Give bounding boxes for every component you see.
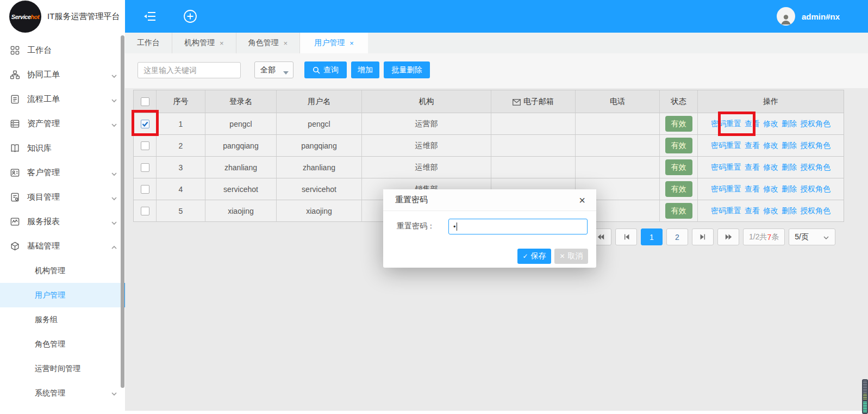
delete-link[interactable]: 删除 [782,184,797,194]
tab-label: 工作台 [137,38,160,48]
reset-password-input[interactable]: • [448,219,588,234]
cell-user: pangqiang [277,135,362,157]
reset-password-link[interactable]: 密码重置 [711,184,741,194]
delete-link[interactable]: 删除 [782,141,797,151]
edit-link[interactable]: 修改 [763,163,778,172]
sidebar-item-asset-mgmt[interactable]: 资产管理 [0,112,125,136]
search-icon [313,66,320,74]
sidebar-item-customer-mgmt[interactable]: 客户管理 [0,160,125,185]
sidebar-item-basic-mgmt[interactable]: 基础管理 [0,234,125,258]
sidebar-subitem-service-group[interactable]: 服务组 [0,307,125,332]
sidebar-subitem-system-mgmt[interactable]: 系统管理 [0,381,125,405]
edit-link[interactable]: 修改 [763,119,778,129]
batch-delete-button[interactable]: 批量删除 [384,61,430,78]
reset-password-link[interactable]: 密码重置 [711,163,741,172]
sidebar-subitem-user-mgmt[interactable]: 用户管理 [0,283,125,307]
sidebar-subitem-operation-time-mgmt[interactable]: 运营时间管理 [0,356,125,381]
search-input[interactable] [138,62,241,78]
view-link[interactable]: 查看 [745,119,760,129]
cell-seq: 1 [157,113,205,135]
authorize-role-link[interactable]: 授权角色 [800,163,830,172]
page-size-select[interactable]: 5/页 [789,228,835,245]
header-seq: 序号 [157,90,205,113]
delete-link[interactable]: 删除 [782,163,797,172]
tab-org-mgmt[interactable]: 机构管理 × [172,33,236,53]
topbar: admin#nx [125,0,868,33]
filter-select[interactable]: 全部 [254,61,294,78]
delete-link[interactable]: 删除 [782,119,797,129]
add-circle-icon[interactable] [183,9,197,23]
row-checkbox[interactable] [141,141,149,150]
view-link[interactable]: 查看 [745,206,760,216]
authorize-role-link[interactable]: 授权角色 [800,141,830,151]
authorize-role-link[interactable]: 授权角色 [800,119,830,129]
close-icon[interactable]: × [220,39,224,47]
meter-segment-green [863,401,867,412]
page-count-prefix: 1/2共 [749,232,767,242]
save-button-label: 保存 [531,251,546,261]
cell-phone [576,113,660,135]
view-link[interactable]: 查看 [745,184,760,194]
row-checkbox[interactable] [141,207,149,215]
view-link[interactable]: 查看 [745,163,760,172]
sidebar-item-service-reports[interactable]: 服务报表 [0,209,125,234]
close-icon[interactable]: × [349,39,354,47]
cell-user: zhanliang [277,157,362,178]
sidebar-item-process-orders[interactable]: 流程工单 [0,87,125,112]
cell-login: servicehot [205,178,277,200]
page-button-1[interactable]: 1 [641,228,663,245]
report-icon [10,217,20,227]
sidebar-item-collab-orders[interactable]: 协同工单 [0,63,125,87]
sidebar-subitem-org-mgmt[interactable]: 机构管理 [0,258,125,283]
authorize-role-link[interactable]: 授权角色 [800,206,830,216]
avatar[interactable] [777,7,795,26]
sidebar-subitem-role-mgmt[interactable]: 角色管理 [0,332,125,356]
sidebar-item-knowledge-base[interactable]: 知识库 [0,136,125,160]
tab-workbench[interactable]: 工作台 [125,33,172,53]
row-checkbox[interactable] [141,185,149,194]
close-icon[interactable]: × [284,39,288,47]
page-button-2[interactable]: 2 [666,228,688,245]
sidebar-item-workbench[interactable]: 工作台 [0,38,125,63]
query-button[interactable]: 查询 [304,61,347,78]
sidebar-item-label: 项目管理 [27,192,111,202]
prev-page-button[interactable] [615,228,637,245]
next-page-icon [698,232,708,242]
last-page-button[interactable] [717,228,739,245]
cell-email [491,113,576,135]
view-link[interactable]: 查看 [745,141,760,151]
add-button[interactable]: 增加 [351,61,379,78]
doc-icon [10,94,20,104]
tab-user-mgmt[interactable]: 用户管理 × [300,33,368,53]
sidebar-scrollbar[interactable] [121,35,124,388]
save-button[interactable]: ✓ 保存 [517,249,551,264]
sidebar-item-project-mgmt[interactable]: 项目管理 [0,185,125,209]
next-page-button[interactable] [692,228,714,245]
select-all-checkbox[interactable] [141,97,149,106]
bottom-strip [125,411,868,414]
cell-phone [576,157,660,178]
collapse-menu-icon[interactable] [143,9,157,23]
header-status: 状态 [660,90,698,113]
cell-login: pangqiang [205,135,277,157]
row-checkbox[interactable] [141,120,149,128]
reset-password-link[interactable]: 密码重置 [711,206,741,216]
user-area[interactable]: admin#nx [777,7,868,26]
edit-link[interactable]: 修改 [763,141,778,151]
edit-link[interactable]: 修改 [763,206,778,216]
tab-role-mgmt[interactable]: 角色管理 × [236,33,301,53]
cell-email [491,135,576,157]
cancel-button[interactable]: ✕ 取消 [554,249,588,264]
edit-link[interactable]: 修改 [763,184,778,194]
logo-text-service: Service [11,14,31,20]
dialog-body: 重置密码： • [383,211,596,244]
sidebar-subitem-label: 服务组 [35,315,125,325]
delete-link[interactable]: 删除 [782,206,797,216]
authorize-role-link[interactable]: 授权角色 [800,184,830,194]
reset-password-link[interactable]: 密码重置 [711,119,741,129]
chevron-down-icon [111,96,117,103]
row-checkbox[interactable] [141,163,149,172]
close-icon[interactable]: × [579,195,585,206]
sidebar-menu: 工作台 协同工单 流程工单 资产管理 知识库 [0,33,125,405]
reset-password-link[interactable]: 密码重置 [711,141,741,151]
